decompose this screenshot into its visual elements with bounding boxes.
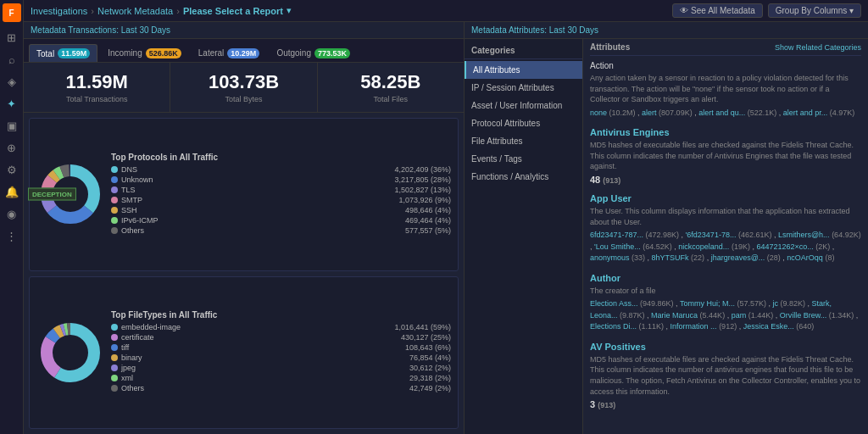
attr-av-positives-desc: MD5 hashes of executable files are check… [590,354,861,397]
app-logo[interactable]: F [3,3,21,22]
attr-antivirus: Antivirus Engines MD5 hashes of executab… [590,127,861,185]
filetype-donut [36,319,104,387]
cat-ip-session[interactable]: IP / Session Attributes [465,79,582,97]
metric-files: 58.25B Total Files [318,63,464,112]
breadcrumb-sep2: › [176,6,180,16]
tab-outgoing[interactable]: Outgoing 773.53K [270,44,357,62]
filetype-chart-section: Top FileTypes in All Traffic embedded-im… [29,276,459,430]
see-all-metadata-button[interactable]: 👁 See All Metadata [672,3,762,18]
attr-author-desc: The creator of a file [590,286,861,297]
tab-total-label: Total [36,49,54,58]
legend-smtp: SMTP1,073,926 (9%) [111,196,451,204]
metrics-row: 11.59M Total Transactions 103.73B Total … [24,63,464,113]
tab-outgoing-badge: 773.53K [314,48,350,58]
metric-transactions-value: 11.59M [34,71,159,93]
metric-files-value: 58.25B [328,71,453,93]
cat-functions[interactable]: Functions / Analytics [465,168,582,186]
legend-embedded: embedded-image1,016,441 (59%) [111,323,451,331]
tab-total-badge: 11.59M [58,48,90,58]
breadcrumb-dropdown[interactable]: ▾ [287,5,292,16]
top-bar: Investigations › Network Metadata › Plea… [24,0,868,22]
grid-icon[interactable]: ⊞ [2,27,22,47]
attributes-column: Attributes Show Related Categories Actio… [583,39,868,434]
tab-total[interactable]: Total 11.59M [29,44,97,62]
legend-unknown: Unknown3,217,805 (28%) [111,175,451,184]
legend-tiff: tiff108,643 (6%) [111,343,451,352]
content-split: Metadata Transactions: Last 30 Days Tota… [24,22,868,434]
right-split: Categories All Attributes IP / Session A… [465,39,868,434]
legend-file-others: Others42,749 (2%) [111,384,451,392]
breadcrumb: Investigations › Network Metadata › Plea… [31,5,292,16]
metric-transactions-label: Total Transactions [34,95,159,103]
protocol-chart-section: DECEPTION [29,118,459,271]
more-icon[interactable]: ⋮ [2,225,22,246]
show-related-button[interactable]: Show Related Categories [775,43,861,52]
cat-asset-user[interactable]: Asset / User Information [465,97,582,114]
attr-author: Author The creator of a file Election As… [590,273,861,333]
categories-title: Categories [465,42,582,59]
metric-transactions: 11.59M Total Transactions [24,63,170,112]
breadcrumb-sep1: › [91,6,94,16]
legend-certificate: certificate430,127 (25%) [111,333,451,342]
attr-av-positives-header: AV Positives [590,342,861,352]
alert-icon[interactable]: 🔔 [2,181,22,202]
breadcrumb-report[interactable]: Please Select a Report [183,6,283,16]
tab-lateral-label: Lateral [198,48,225,58]
top-bar-right: 👁 See All Metadata Group By Columns ▾ [672,3,861,18]
cat-protocol[interactable]: Protocol Attributes [465,114,582,132]
attributes-title: Attributes [590,42,630,52]
tab-lateral[interactable]: Lateral 10.29M [192,44,267,62]
cat-all-attributes[interactable]: All Attributes [465,61,582,79]
legend-binary: binary76,854 (4%) [111,353,451,362]
attr-action-title: Action [590,61,861,70]
breadcrumb-network-metadata[interactable]: Network Metadata [97,6,173,16]
filetype-legend: Top FileTypes in All Traffic embedded-im… [111,310,451,394]
attr-av-positives-number: 3 (913) [590,399,861,409]
tab-incoming[interactable]: Incoming 526.86K [101,44,188,62]
cat-file[interactable]: File Attributes [465,132,582,150]
legend-jpeg: jpeg30,612 (2%) [111,364,451,372]
left-panel: Metadata Transactions: Last 30 Days Tota… [24,22,465,434]
attr-antivirus-number: 48 (913) [590,175,861,185]
wrench-icon[interactable]: ⚙ [2,159,22,180]
filetype-chart-title: Top FileTypes in All Traffic [111,310,451,320]
metric-bytes-value: 103.73B [181,71,306,93]
attr-action-desc: Any action taken by a sensor in reaction… [590,73,861,105]
attr-app-user: App User The User. This column displays … [590,193,861,264]
legend-ssh: SSH498,646 (4%) [111,206,451,214]
user-icon[interactable]: ◉ [2,203,22,224]
sidebar: F ⊞ ⌕ ◈ ✦ ▣ ⊕ ⚙ 🔔 ◉ ⋮ [0,0,24,434]
metric-bytes: 103.73B Total Bytes [170,63,317,112]
fingerprint-icon[interactable]: ✦ [2,93,22,114]
monitor-icon[interactable]: ▣ [2,115,22,136]
network-icon[interactable]: ⊕ [2,137,22,158]
attr-antivirus-header: Antivirus Engines [590,127,861,137]
left-panel-header: Metadata Transactions: Last 30 Days [24,22,464,39]
attr-app-user-header: App User [590,193,861,203]
charts-area: DECEPTION [24,113,464,434]
metric-files-label: Total Files [328,95,453,103]
tabs-row: Total 11.59M Incoming 526.86K Lateral 10… [24,39,464,63]
tab-incoming-label: Incoming [108,48,142,58]
legend-xml: xml29,318 (2%) [111,374,451,382]
tab-lateral-badge: 10.29M [227,48,259,58]
legend-dns: DNS4,202,409 (36%) [111,165,451,174]
group-by-columns-button[interactable]: Group By Columns ▾ [768,3,861,18]
right-panel-header: Metadata Attributes: Last 30 Days [465,22,868,39]
attributes-header: Attributes Show Related Categories [590,42,861,56]
shield-icon[interactable]: ◈ [2,71,22,92]
legend-proto-others: Others577,557 (5%) [111,226,451,235]
attr-app-user-tags: 6fd23471-787... (472.98K) , '6fd23471-78… [590,230,861,264]
search-icon[interactable]: ⌕ [2,49,22,70]
attr-author-tags: Election Ass... (949.86K) , Tommy Hui; M… [590,298,861,333]
attr-av-positives: AV Positives MD5 hashes of executable fi… [590,342,861,409]
legend-ipv6: IPv6-ICMP469,464 (4%) [111,216,451,225]
attr-app-user-desc: The User. This column displays informati… [590,206,861,227]
attr-author-header: Author [590,273,861,283]
right-panel: Metadata Attributes: Last 30 Days Catego… [465,22,868,434]
attr-action: Action Any action taken by a sensor in r… [590,61,861,119]
cat-events-tags[interactable]: Events / Tags [465,150,582,168]
categories-column: Categories All Attributes IP / Session A… [465,39,583,434]
main-content: Investigations › Network Metadata › Plea… [24,0,868,434]
breadcrumb-investigations[interactable]: Investigations [31,6,87,16]
